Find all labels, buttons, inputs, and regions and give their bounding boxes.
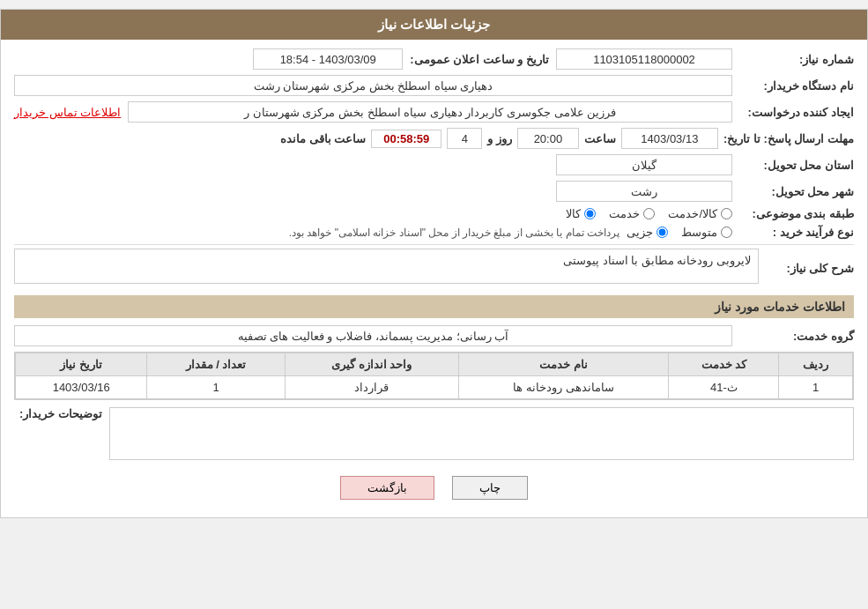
need-number-row: شماره نیاز: 1103105118000002 تاریخ و ساع… [14, 48, 854, 70]
category-label-khedmat: خدمت [609, 207, 640, 220]
buyer-desc-row: توضیحات خریدار: [14, 407, 854, 460]
col-header-name: نام خدمت [458, 353, 669, 376]
service-group-row: گروه خدمت: آب رسانی؛ مدیریت پسماند، فاضل… [14, 325, 854, 346]
services-section-title: اطلاعات خدمات مورد نیاز [14, 295, 854, 318]
col-header-unit: واحد اندازه گیری [285, 353, 458, 376]
creator-label: ایجاد کننده درخواست: [739, 106, 854, 119]
purchase-type-label: نوع فرآیند خرید : [739, 226, 854, 239]
category-radio-khedmat[interactable] [643, 208, 655, 219]
city-label: شهر محل تحویل: [739, 185, 854, 198]
table-row: 1ث-41ساماندهی رودخانه هاقرارداد11403/03/… [16, 376, 853, 399]
need-number-label: شماره نیاز: [739, 53, 854, 66]
province-value: گیلان [556, 154, 732, 175]
buyer-org-value: دهیاری سیاه اسطلخ بخش مرکزی شهرستان رشت [14, 75, 732, 96]
buyer-org-label: نام دستگاه خریدار: [739, 79, 854, 93]
category-radio-group: کالا/خدمت خدمت کالا [566, 207, 732, 220]
purchase-type-radio-motavaset[interactable] [721, 227, 732, 238]
buyer-desc-label: توضیحات خریدار: [14, 407, 102, 420]
announcement-date-value: 1403/03/09 - 18:54 [253, 48, 403, 70]
deadline-date: 1403/03/13 [621, 128, 718, 149]
print-button[interactable]: چاپ [452, 476, 528, 500]
province-label: استان محل تحویل: [739, 159, 854, 172]
need-number-value: 1103105118000002 [556, 48, 732, 70]
deadline-days: 4 [447, 128, 482, 149]
deadline-remaining: 00:58:59 [371, 130, 441, 148]
category-label-kala: کالا [566, 207, 581, 220]
category-radio-kala[interactable] [584, 208, 596, 219]
purchase-type-row: نوع فرآیند خرید : متوسط جزیی پرداخت تمام… [14, 226, 854, 239]
announcement-date-label: تاریخ و ساعت اعلان عمومی: [410, 53, 549, 66]
need-desc-label: شرح کلی نیاز: [766, 262, 854, 275]
page-title: جزئیات اطلاعات نیاز [378, 17, 490, 32]
province-row: استان محل تحویل: گیلان [14, 154, 854, 175]
purchase-type-option-motavaset: متوسط [681, 226, 732, 239]
city-row: شهر محل تحویل: رشت [14, 181, 854, 202]
category-label-kala-khedmat: کالا/خدمت [668, 207, 717, 220]
buyer-org-row: نام دستگاه خریدار: دهیاری سیاه اسطلخ بخش… [14, 75, 854, 96]
contact-link[interactable]: اطلاعات تماس خریدار [14, 106, 121, 119]
purchase-type-note: پرداخت تمام یا بخشی از مبلغ خریدار از مح… [289, 227, 619, 239]
purchase-type-radio-jozi[interactable] [657, 227, 668, 238]
need-desc-row: شرح کلی نیاز: لایروبی رودخانه مطابق با ا… [14, 249, 854, 288]
services-table-container: ردیف کد خدمت نام خدمت واحد اندازه گیری ت… [14, 352, 854, 400]
purchase-type-label-motavaset: متوسط [681, 226, 717, 239]
deadline-time-label: ساعت [584, 132, 616, 145]
col-header-code: کد خدمت [669, 353, 779, 376]
deadline-time: 20:00 [517, 128, 579, 149]
services-table: ردیف کد خدمت نام خدمت واحد اندازه گیری ت… [15, 353, 853, 399]
main-content: شماره نیاز: 1103105118000002 تاریخ و ساع… [1, 40, 867, 517]
deadline-remaining-label: ساعت باقی مانده [280, 132, 366, 145]
service-group-value: آب رسانی؛ مدیریت پسماند، فاضلاب و فعالیت… [14, 325, 732, 346]
creator-row: ایجاد کننده درخواست: فرزین علامی جکوسری … [14, 101, 854, 123]
col-header-qty: تعداد / مقدار [147, 353, 285, 376]
service-group-label: گروه خدمت: [739, 330, 854, 343]
category-label: طبقه بندی موضوعی: [739, 207, 854, 220]
back-button[interactable]: بازگشت [340, 476, 434, 500]
need-desc-value: لایروبی رودخانه مطابق با اسناد پیوستی [14, 249, 759, 284]
category-option-khedmat: خدمت [609, 207, 655, 220]
creator-value: فرزین علامی جکوسری کاربردار دهیاری سیاه … [128, 101, 732, 123]
deadline-row: مهلت ارسال پاسخ: تا تاریخ: 1403/03/13 سا… [14, 128, 854, 149]
deadline-days-label: روز و [487, 132, 512, 145]
purchase-type-radio-group: متوسط جزیی [627, 226, 732, 239]
col-header-date: تاریخ نیاز [16, 353, 147, 376]
city-value: رشت [556, 181, 732, 202]
buyer-desc-box [109, 407, 854, 460]
category-option-kala-khedmat: کالا/خدمت [668, 207, 732, 220]
category-row: طبقه بندی موضوعی: کالا/خدمت خدمت کالا [14, 207, 854, 220]
purchase-type-label-jozi: جزیی [627, 226, 653, 239]
category-radio-kala-khedmat[interactable] [721, 208, 732, 219]
deadline-label: مهلت ارسال پاسخ: تا تاریخ: [723, 132, 854, 145]
footer-buttons: چاپ بازگشت [14, 467, 854, 509]
purchase-type-option-jozi: جزیی [627, 226, 668, 239]
category-option-kala: کالا [566, 207, 596, 220]
col-header-row: ردیف [779, 353, 853, 376]
page-header: جزئیات اطلاعات نیاز [1, 10, 867, 40]
